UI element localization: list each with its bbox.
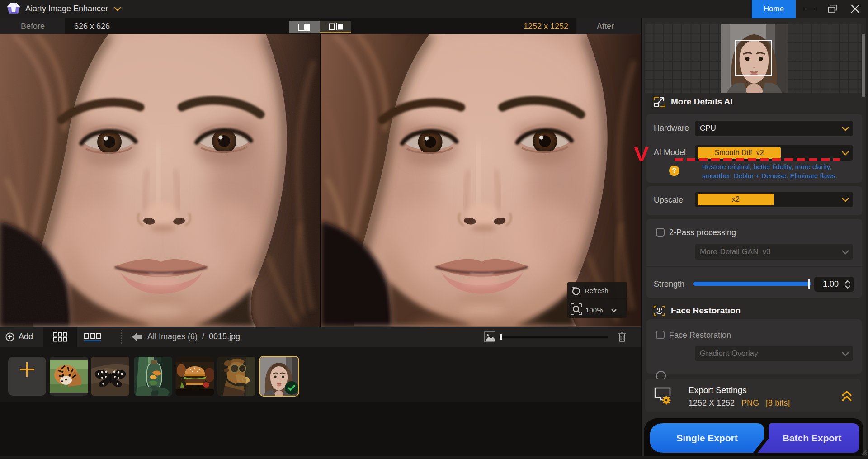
svg-text:Single Export: Single Export <box>676 433 737 443</box>
svg-text:Batch Export: Batch Export <box>783 433 842 443</box>
